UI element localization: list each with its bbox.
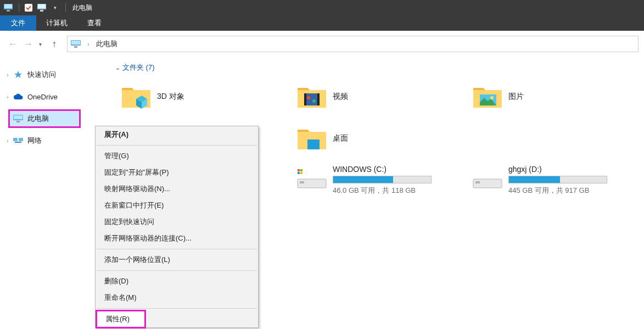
monitor2-icon — [36, 2, 48, 14]
network-icon — [13, 136, 23, 146]
ribbon-tabs: 文件 计算机 查看 — [0, 15, 644, 31]
divider — [19, 3, 19, 12]
svg-rect-23 — [307, 140, 320, 149]
context-menu-item-map-drive[interactable]: 映射网络驱动器(N)... — [96, 181, 258, 197]
tree-item-network[interactable]: › 网络 — [0, 132, 110, 149]
svg-rect-13 — [13, 138, 18, 141]
divider — [97, 270, 257, 271]
svg-rect-3 — [25, 4, 32, 12]
svg-rect-8 — [71, 41, 80, 44]
tab-computer[interactable]: 计算机 — [36, 15, 77, 31]
context-menu-item-pin-quick[interactable]: 固定到快速访问 — [96, 214, 258, 230]
drive-icon — [472, 165, 503, 196]
folder-tile-3d-objects[interactable]: 3D 对象 — [115, 76, 291, 118]
drive-usage-bar — [508, 176, 607, 183]
tree-item-label: OneDrive — [27, 93, 58, 101]
drive-free-text: 46.0 GB 可用，共 118 GB — [333, 186, 467, 196]
context-menu-item-manage[interactable]: 管理(G) — [96, 148, 258, 164]
svg-rect-28 — [298, 172, 300, 174]
folder-tile-videos[interactable]: 视频 — [291, 76, 467, 118]
svg-rect-1 — [4, 4, 12, 8]
chevron-right-icon[interactable]: › — [4, 94, 11, 100]
svg-rect-9 — [74, 46, 77, 48]
svg-rect-14 — [19, 138, 23, 141]
checkbox-icon[interactable] — [23, 2, 35, 14]
forward-button[interactable]: → — [21, 37, 35, 51]
tree-item-label: 此电脑 — [27, 114, 49, 124]
drive-name: WINDOWS (C:) — [333, 165, 467, 174]
dropdown-icon[interactable]: ▾ — [49, 2, 61, 14]
svg-rect-26 — [298, 169, 300, 171]
svg-rect-31 — [475, 181, 480, 183]
drive-tile-d[interactable]: ghgxj (D:) 445 GB 可用，共 917 GB — [472, 165, 642, 196]
context-menu-item-rename[interactable]: 重命名(M) — [96, 289, 258, 306]
folder-tile-label: 图片 — [508, 92, 524, 102]
svg-rect-6 — [40, 10, 43, 12]
drive-icon — [296, 165, 327, 196]
window-titlebar: ▾ 此电脑 — [0, 0, 644, 15]
tree-item-this-pc[interactable]: 此电脑 — [9, 110, 80, 127]
history-dropdown[interactable]: ▾ — [36, 37, 44, 51]
window-title: 此电脑 — [72, 3, 92, 13]
tab-view[interactable]: 查看 — [77, 15, 111, 31]
tree-item-onedrive[interactable]: › OneDrive — [0, 88, 110, 105]
drive-usage-bar — [333, 176, 432, 183]
folder-tile-desktop[interactable]: 桌面 — [291, 118, 467, 159]
tree-item-label: 网络 — [27, 136, 42, 146]
chevron-down-icon: ⌄ — [115, 64, 120, 71]
svg-rect-17 — [304, 93, 306, 105]
svg-rect-27 — [300, 169, 303, 171]
svg-rect-5 — [38, 4, 46, 8]
divider — [65, 3, 66, 12]
breadcrumb[interactable]: › 此电脑 — [71, 39, 117, 49]
svg-rect-16 — [304, 93, 320, 105]
up-button[interactable]: ↑ — [47, 37, 61, 51]
chevron-right-icon[interactable]: › — [4, 72, 11, 78]
svg-rect-11 — [14, 115, 23, 119]
context-menu-item-new-window[interactable]: 在新窗口中打开(E) — [96, 197, 258, 214]
folder-icon — [296, 123, 327, 154]
svg-rect-29 — [300, 172, 303, 174]
tree-item-quick-access[interactable]: › 快速访问 — [0, 66, 110, 83]
navigation-row: ← → ▾ ↑ › 此电脑 — [0, 31, 644, 57]
folders-header-label: 文件夹 (7) — [122, 63, 155, 73]
folder-icon — [121, 81, 152, 112]
divider — [97, 308, 257, 309]
context-menu-item-pin-start[interactable]: 固定到"开始"屏幕(P) — [96, 164, 258, 181]
breadcrumb-label: 此电脑 — [96, 39, 117, 49]
monitor-icon — [13, 114, 23, 124]
chevron-right-icon[interactable]: › — [4, 138, 11, 144]
folder-tile-label: 桌面 — [333, 133, 348, 143]
cloud-icon — [13, 92, 23, 102]
tab-file[interactable]: 文件 — [0, 15, 36, 31]
svg-point-19 — [307, 96, 310, 99]
svg-rect-15 — [15, 142, 21, 143]
folders-section-header[interactable]: ⌄ 文件夹 (7) — [115, 63, 644, 73]
drive-free-text: 445 GB 可用，共 917 GB — [508, 186, 642, 196]
divider — [97, 145, 257, 146]
back-button[interactable]: ← — [5, 37, 20, 51]
star-icon — [13, 70, 23, 80]
drive-name: ghgxj (D:) — [508, 165, 642, 174]
navigation-tree: › 快速访问 › OneDrive 此电脑 › — [0, 57, 110, 329]
folder-tile-label: 视频 — [333, 92, 348, 102]
monitor-icon — [2, 2, 14, 14]
svg-point-22 — [490, 96, 494, 99]
svg-rect-18 — [317, 93, 320, 105]
tree-item-label: 快速访问 — [27, 70, 56, 80]
svg-rect-12 — [16, 121, 20, 122]
folder-tile-label: 3D 对象 — [157, 92, 184, 102]
folder-icon — [296, 81, 327, 112]
drive-tile-c[interactable]: WINDOWS (C:) 46.0 GB 可用，共 118 GB — [296, 165, 467, 196]
context-menu-item-expand[interactable]: 展开(A) — [96, 126, 258, 143]
context-menu-item-disconnect-drive[interactable]: 断开网络驱动器的连接(C)... — [96, 230, 258, 247]
monitor-icon — [71, 40, 81, 48]
svg-rect-2 — [7, 10, 10, 12]
context-menu-item-properties[interactable]: 属性(R) — [97, 311, 145, 327]
chevron-right-icon: › — [87, 41, 89, 47]
svg-rect-25 — [300, 181, 304, 183]
context-menu-item-delete[interactable]: 删除(D) — [96, 273, 258, 289]
context-menu-item-add-net-location[interactable]: 添加一个网络位置(L) — [96, 252, 258, 268]
address-bar[interactable]: › 此电脑 — [67, 36, 639, 52]
folder-tile-pictures[interactable]: 图片 — [467, 76, 642, 118]
